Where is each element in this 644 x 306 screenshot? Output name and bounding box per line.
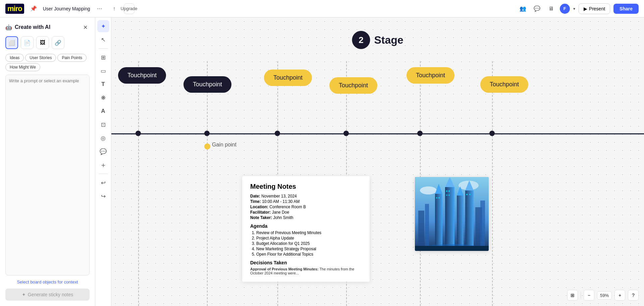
prompt-input[interactable] [5, 75, 90, 275]
stage-banner: 2 Stage [352, 31, 403, 49]
add-toolbar-button[interactable]: ＋ [97, 159, 109, 171]
meeting-notes-card: Meeting Notes Date: November 13, 2024 Ti… [242, 176, 370, 282]
svg-rect-13 [465, 190, 474, 251]
svg-rect-24 [415, 246, 489, 251]
tag-user-stories[interactable]: User Stories [25, 54, 56, 62]
svg-rect-18 [448, 194, 450, 196]
tag-how-might-we[interactable]: How Might We [5, 63, 40, 71]
svg-rect-22 [438, 197, 440, 199]
select-toolbar-button[interactable]: ↖ [97, 34, 109, 46]
avatar[interactable]: F [560, 4, 570, 14]
decisions-title: Decisions Taken [250, 260, 362, 265]
svg-rect-3 [418, 211, 424, 251]
pin-icon[interactable]: 📌 [28, 3, 39, 14]
meeting-time-row: Time: 10:00 AM - 11:30 AM [250, 199, 362, 204]
panel-example-tags: Ideas User Stories Pain Points How Might… [5, 54, 90, 71]
tag-pain-points[interactable]: Pain Points [57, 54, 87, 62]
zoom-in-button[interactable]: + [614, 290, 625, 301]
touchpoint-yellow-3: Touchpoint [407, 67, 454, 84]
svg-rect-19 [466, 194, 468, 195]
font-toolbar-button[interactable]: A [97, 105, 109, 117]
undo-button[interactable]: ↩ [97, 177, 109, 189]
svg-rect-17 [446, 194, 447, 196]
diagram-tab-button[interactable]: 🔗 [52, 36, 64, 49]
more-options-button[interactable]: ⋯ [94, 3, 105, 14]
dashed-line-6 [492, 61, 493, 306]
svg-point-1 [420, 186, 437, 194]
chat-icon[interactable]: 💬 [532, 3, 542, 14]
timeline-dot-5 [417, 131, 423, 136]
help-button[interactable]: ? [628, 290, 639, 301]
timeline-dot-4 [343, 131, 349, 136]
topbar-right: 👥 💬 🖥 F ▾ ▶ Present Share [518, 3, 639, 14]
people-icon[interactable]: 👥 [518, 3, 528, 14]
avatar-dropdown[interactable]: ▾ [573, 6, 575, 11]
timeline-dot-2 [204, 131, 210, 136]
agenda-item-2: Project Alpha Update [256, 236, 362, 241]
gain-dot [204, 143, 210, 149]
image-card [415, 177, 489, 251]
context-selector[interactable]: Select board objects for context [5, 279, 90, 285]
text-toolbar-button[interactable]: T [97, 78, 109, 90]
shape-toolbar-button[interactable]: ▭ [97, 65, 109, 77]
bottom-controls: ⊞ − 59% + ? [567, 290, 639, 301]
panel-title: 🤖 Create with AI [5, 24, 50, 31]
tag-ideas[interactable]: Ideas [5, 54, 24, 62]
comment-toolbar-button[interactable]: 💬 [97, 145, 109, 158]
touchpoint-yellow-2: Touchpoint [329, 77, 377, 94]
dashed-line-2 [207, 61, 208, 306]
image-tab-button[interactable]: 🖼 [36, 36, 49, 49]
meeting-location-row: Location: Conference Room B [250, 205, 362, 209]
agenda-item-5: Open Floor for Additional Topics [256, 252, 362, 257]
decisions-text: Approval of Previous Meeting Minutes: Th… [250, 267, 362, 275]
sticky-tab-button[interactable]: ⬜ [5, 36, 18, 49]
share-upload-icon[interactable]: ↑ [109, 3, 120, 14]
svg-rect-21 [436, 197, 437, 199]
agenda-item-4: New Marketing Strategy Proposal [256, 247, 362, 251]
upgrade-button[interactable]: Upgrade [124, 3, 135, 14]
svg-rect-20 [469, 194, 471, 195]
mindmap-toolbar-button[interactable]: ◎ [97, 132, 109, 144]
agenda-title: Agenda [250, 223, 362, 229]
agenda-list: Review of Previous Meeting Minutes Proje… [250, 230, 362, 257]
dashed-line-1 [138, 61, 139, 306]
touchpoint-dark-2: Touchpoint [183, 76, 231, 93]
svg-rect-7 [435, 194, 442, 251]
topbar-left: miro 📌 User Journey Mapping ⋯ ↑ Upgrade [5, 3, 135, 14]
svg-rect-11 [457, 195, 464, 251]
touchpoint-yellow-1: Touchpoint [264, 70, 312, 86]
generate-button: ✦ Generate sticky notes [5, 289, 90, 301]
template-toolbar-button[interactable]: ❋ [97, 92, 109, 104]
doc-tab-button[interactable]: 📄 [21, 36, 34, 49]
meeting-notetaker-row: Note Taker: John Smith [250, 215, 362, 220]
miro-logo: miro [5, 4, 24, 14]
zoom-level[interactable]: 59% [597, 291, 612, 300]
board-name: User Journey Mapping [43, 6, 90, 11]
topbar: miro 📌 User Journey Mapping ⋯ ↑ Upgrade … [0, 0, 644, 17]
frame-toolbar-button[interactable]: ⊡ [97, 119, 109, 131]
close-panel-button[interactable]: ✕ [81, 23, 90, 32]
present-button[interactable]: ▶ Present [579, 3, 610, 14]
canvas: 2 Stage Touchpoint Touchpoint Touchpoint… [111, 17, 644, 306]
ai-icon: 🤖 [5, 24, 12, 31]
left-toolbar: ✦ ↖ ⊞ ▭ T ❋ A ⊡ ◎ 💬 ＋ ↩ ↪ [95, 17, 111, 306]
grid-toolbar-button[interactable]: ⊞ [97, 51, 109, 63]
timeline-dot-1 [136, 131, 141, 136]
meeting-facilitator-row: Facilitator: Jane Doe [250, 210, 362, 215]
grid-view-button[interactable]: ⊞ [567, 290, 578, 301]
timeline-line [111, 133, 644, 134]
ai-toolbar-button[interactable]: ✦ [97, 20, 109, 32]
panel-icon-tabs: ⬜ 📄 🖼 🔗 [5, 36, 90, 49]
play-icon: ▶ [584, 6, 587, 11]
svg-rect-9 [445, 187, 454, 251]
agenda-item-3: Budget Allocation for Q1 2025 [256, 241, 362, 246]
agenda-item-1: Review of Previous Meeting Minutes [256, 230, 362, 235]
screen-share-icon[interactable]: 🖥 [546, 3, 556, 14]
toolbar-divider-1 [99, 48, 108, 49]
svg-rect-16 [448, 190, 450, 192]
zoom-out-button[interactable]: − [584, 290, 594, 301]
toolbar-divider-2 [99, 174, 108, 174]
meeting-date-row: Date: November 13, 2024 [250, 194, 362, 199]
redo-button[interactable]: ↪ [97, 190, 109, 202]
share-button[interactable]: Share [613, 4, 639, 14]
